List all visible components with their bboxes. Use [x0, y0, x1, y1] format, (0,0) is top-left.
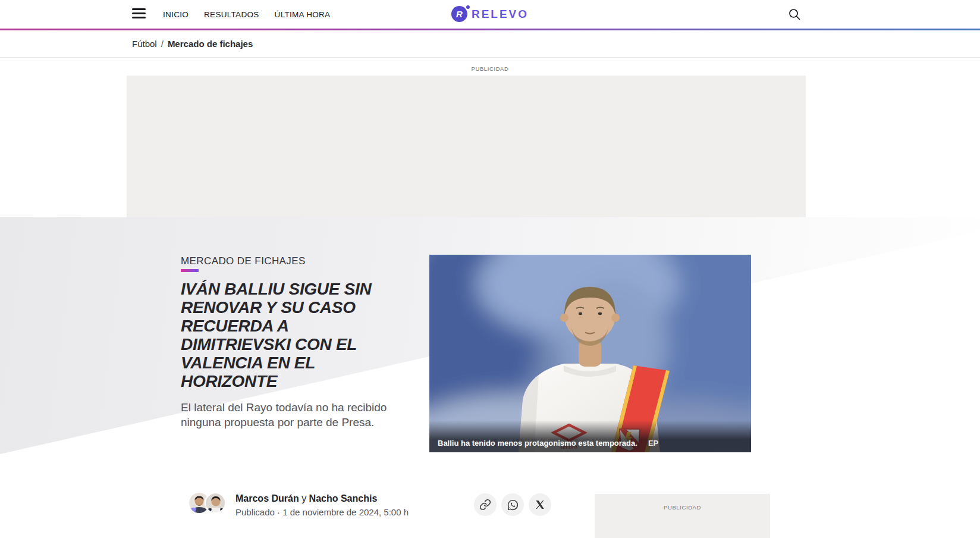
relevo-logo-text: RELEVO	[472, 8, 529, 21]
relevo-logo[interactable]: R RELEVO	[451, 6, 529, 22]
author-avatars	[189, 493, 226, 513]
relevo-logo-icon: R	[451, 6, 467, 22]
breadcrumb-section-link[interactable]: Fútbol	[132, 39, 157, 49]
share-buttons	[474, 493, 551, 516]
ad-label-top: PUBLICIDAD	[0, 65, 980, 72]
author-names: Marcos Durán y Nacho Sanchis	[235, 493, 377, 504]
whatsapp-share-button[interactable]	[501, 493, 524, 516]
ad-placeholder-side: PUBLICIDAD	[595, 494, 770, 538]
search-icon	[788, 8, 801, 21]
article-subtitle: El lateral del Rayo todavía no ha recibi…	[181, 400, 407, 430]
author-conjunction: y	[299, 493, 309, 503]
x-icon	[535, 499, 545, 510]
published-date: Publicado · 1 de noviembre de 2024, 5:00…	[235, 507, 409, 517]
article-image: umbro Balliu ha tenido menos protagonism…	[429, 255, 751, 452]
image-caption: Balliu ha tenido menos protagonismo esta…	[438, 439, 637, 448]
image-credit: EP	[648, 439, 658, 448]
breadcrumb: Fútbol / Mercado de fichajes	[0, 30, 980, 58]
kicker-accent-bar	[181, 269, 199, 272]
top-navigation-bar: INICIO RESULTADOS ÚLTIMA HORA R RELEVO	[0, 0, 980, 29]
x-share-button[interactable]	[529, 493, 551, 516]
search-button[interactable]	[788, 8, 801, 21]
breadcrumb-separator: /	[161, 39, 164, 49]
copy-link-button[interactable]	[474, 493, 497, 516]
ad-label-side: PUBLICIDAD	[664, 504, 701, 511]
link-icon	[479, 499, 491, 511]
image-caption-bar: Balliu ha tenido menos protagonismo esta…	[429, 420, 751, 452]
breadcrumb-current-link[interactable]: Mercado de fichajes	[168, 39, 253, 49]
nav-link-resultados[interactable]: RESULTADOS	[204, 10, 259, 19]
author-avatar-2[interactable]	[205, 492, 226, 514]
article-kicker: MERCADO DE FICHAJES	[181, 255, 306, 267]
nav-link-ultima-hora[interactable]: ÚLTIMA HORA	[275, 10, 331, 19]
author-link-1[interactable]: Marcos Durán	[235, 493, 299, 503]
menu-hamburger-icon[interactable]	[132, 8, 146, 20]
nav-link-inicio[interactable]: INICIO	[163, 10, 189, 19]
ad-placeholder-top	[127, 76, 806, 217]
author-link-2[interactable]: Nacho Sanchis	[309, 493, 378, 503]
whatsapp-icon	[507, 499, 519, 511]
main-nav: INICIO RESULTADOS ÚLTIMA HORA	[163, 0, 330, 29]
article-headline: IVÁN BALLIU SIGUE SIN RENOVAR Y SU CASO …	[181, 280, 382, 390]
